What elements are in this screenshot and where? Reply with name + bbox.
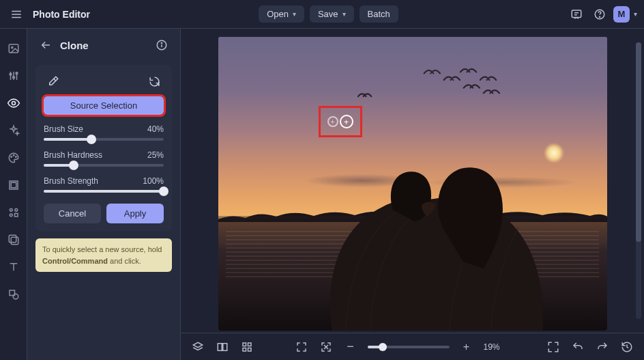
actual-size-icon[interactable] [319,340,334,355]
fit-screen-icon[interactable] [294,340,309,355]
zoom-out-icon[interactable]: − [343,340,358,355]
svg-point-22 [10,208,12,211]
canvas[interactable]: + + [181,29,644,333]
svg-point-23 [14,208,17,211]
svg-rect-42 [243,348,246,351]
frame-tool-icon[interactable] [6,178,21,193]
tool-side-panel: Clone Source Selection Brush Size 40% Br… [27,29,181,360]
app-title: Photo Editor [33,9,90,20]
help-icon[interactable] [590,5,609,24]
redo-icon[interactable] [595,340,610,355]
slider-label: Brush Size [44,124,83,134]
svg-rect-8 [9,44,18,53]
open-button[interactable]: Open ▾ [259,5,304,23]
svg-rect-3 [572,10,581,18]
shapes-tool-icon[interactable] [6,287,21,302]
top-bar: Photo Editor Open ▾ Save ▾ Batch M ▾ [0,0,644,29]
chevron-down-icon: ▾ [342,10,346,18]
hamburger-menu-icon[interactable] [7,5,26,24]
svg-rect-27 [11,237,18,245]
svg-point-35 [161,42,162,43]
svg-rect-26 [9,235,16,243]
svg-rect-38 [218,343,222,350]
overlay-tool-icon[interactable] [6,232,21,247]
chevron-down-icon: ▾ [293,10,296,18]
compare-icon[interactable] [215,340,230,355]
svg-point-9 [11,46,12,48]
layers-icon[interactable] [190,340,205,355]
user-avatar[interactable]: M [613,6,630,23]
canvas-area: + + − + 19% [181,29,644,360]
palette-tool-icon[interactable] [6,150,21,165]
image-tool-icon[interactable] [6,41,21,56]
save-label: Save [318,9,338,19]
adjust-sliders-icon[interactable] [6,68,21,83]
slider-label: Brush Strength [44,176,98,186]
batch-label: Batch [368,9,390,19]
svg-point-19 [15,156,16,158]
eraser-icon[interactable] [44,73,63,89]
slider-value: 40% [147,124,164,134]
fullscreen-icon[interactable] [546,340,561,355]
history-icon[interactable] [619,340,634,355]
tip-text-pre: To quickly select a new source, hold [42,245,162,253]
zoom-in-icon[interactable]: + [459,340,474,355]
tip-text-post: and click. [108,257,141,265]
sparkle-tool-icon[interactable] [6,123,21,138]
svg-marker-37 [193,342,203,348]
back-arrow-icon[interactable] [38,38,53,53]
svg-rect-25 [14,214,18,217]
left-tool-rail [0,29,27,360]
svg-point-18 [13,155,14,156]
batch-button[interactable]: Batch [360,5,398,23]
open-label: Open [267,9,289,19]
zoom-value: 19% [484,342,507,352]
chevron-down-icon[interactable]: ▾ [634,10,637,18]
panel-title: Clone [60,40,89,51]
svg-point-7 [599,16,600,17]
slider-value: 25% [147,150,164,160]
source-selection-button[interactable]: Source Selection [44,96,164,115]
clone-source-marker[interactable]: + + [321,108,360,135]
svg-rect-40 [243,343,246,346]
brush-strength-slider[interactable]: Brush Strength 100% [44,176,164,193]
slider-value: 100% [143,176,164,186]
svg-point-24 [10,214,12,217]
grid-icon[interactable] [239,340,254,355]
feedback-icon[interactable] [567,5,586,24]
svg-rect-41 [248,343,252,346]
brush-hardness-slider[interactable]: Brush Hardness 25% [44,150,164,167]
svg-rect-43 [248,348,252,351]
info-icon[interactable] [154,38,169,53]
brush-size-slider[interactable]: Brush Size 40% [44,124,164,141]
tip-text-bold: Control/Command [42,257,108,265]
cancel-button[interactable]: Cancel [44,204,101,223]
text-tool-icon[interactable] [6,260,21,275]
clone-settings-card: Source Selection Brush Size 40% Brush Ha… [35,65,172,232]
svg-point-16 [12,102,15,105]
svg-rect-21 [11,182,16,188]
svg-point-17 [10,156,12,158]
tip-box: To quickly select a new source, hold Con… [35,238,172,272]
photo[interactable]: + + [218,37,607,331]
save-button[interactable]: Save ▾ [310,5,354,23]
zoom-slider[interactable] [368,346,450,348]
undo-icon[interactable] [570,340,585,355]
slider-label: Brush Hardness [44,150,102,160]
vertical-scrollbar[interactable] [636,42,641,319]
svg-rect-39 [223,343,227,350]
elements-tool-icon[interactable] [6,205,21,220]
apply-button[interactable]: Apply [106,204,164,223]
eye-tool-icon[interactable] [6,96,21,111]
svg-line-36 [54,79,56,81]
birds-icon [342,60,506,113]
reset-icon[interactable] [145,73,164,89]
bottom-toolbar: − + 19% [181,333,644,360]
svg-point-31 [13,294,18,299]
